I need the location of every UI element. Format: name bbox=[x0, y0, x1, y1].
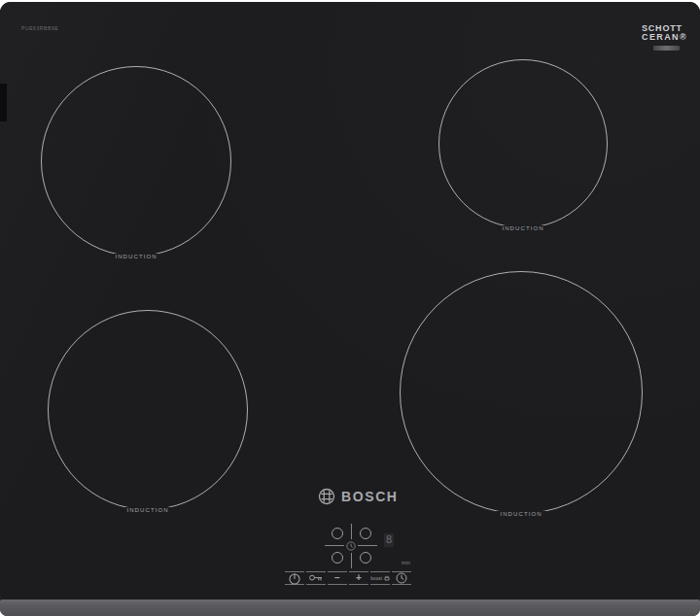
touch-control-strip: − + boost bbox=[285, 571, 411, 585]
bosch-logo: BOSCH bbox=[318, 488, 399, 505]
induction-hob: PUE63RBB6E SCHOTT CERAN® INDUCTION INDUC… bbox=[0, 2, 700, 616]
boost-label: boost bbox=[370, 576, 382, 581]
selector-line bbox=[325, 545, 344, 546]
zone-label: INDUCTION bbox=[495, 511, 546, 517]
power-button[interactable] bbox=[285, 571, 304, 585]
timer-button[interactable] bbox=[392, 571, 411, 585]
zone-select-key-front-left[interactable] bbox=[332, 552, 343, 564]
mounting-tab bbox=[0, 84, 7, 121]
minus-button[interactable]: − bbox=[328, 571, 347, 585]
cooking-zone-back-left: INDUCTION bbox=[41, 66, 231, 257]
power-icon bbox=[289, 572, 300, 585]
cooking-zone-front-right: INDUCTION bbox=[400, 271, 643, 514]
timer-unit-label: min bbox=[402, 560, 410, 565]
zone-select-key-front-right[interactable] bbox=[360, 552, 371, 564]
zone-label: INDUCTION bbox=[122, 507, 173, 513]
child-lock-button[interactable] bbox=[306, 571, 326, 585]
ceran-line: CERAN® bbox=[642, 33, 687, 42]
clock-icon bbox=[396, 572, 407, 584]
zone-select-key-back-right[interactable] bbox=[360, 528, 371, 539]
plus-button[interactable]: + bbox=[349, 571, 368, 585]
zone-label: INDUCTION bbox=[497, 225, 548, 231]
ceran-glass-surface: PUE63RBB6E SCHOTT CERAN® INDUCTION INDUC… bbox=[0, 2, 700, 601]
selector-line bbox=[351, 553, 352, 568]
schott-ceran-logo: SCHOTT CERAN® bbox=[642, 24, 687, 42]
zone-select-key-back-left[interactable] bbox=[332, 528, 343, 539]
cooking-zone-back-right: INDUCTION bbox=[438, 59, 608, 228]
timer-display: 8 bbox=[384, 533, 394, 547]
selector-line bbox=[358, 545, 377, 546]
key-icon bbox=[309, 574, 323, 582]
clock-icon bbox=[346, 541, 356, 551]
selector-line bbox=[351, 524, 352, 539]
bosch-armature-icon bbox=[318, 488, 335, 505]
boost-button[interactable]: boost bbox=[370, 571, 390, 585]
pan-boost-icon bbox=[384, 575, 390, 581]
cooking-zone-front-left: INDUCTION bbox=[48, 310, 248, 510]
ceran-sublabel bbox=[653, 46, 680, 51]
bosch-wordmark: BOSCH bbox=[341, 489, 399, 504]
front-edge-trim bbox=[0, 599, 700, 616]
zone-label: INDUCTION bbox=[110, 254, 161, 259]
model-number-label: PUE63RBB6E bbox=[21, 25, 58, 31]
